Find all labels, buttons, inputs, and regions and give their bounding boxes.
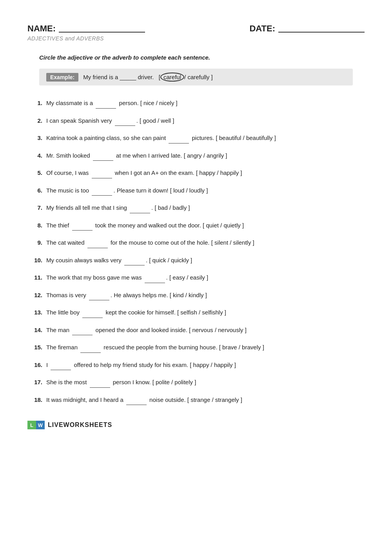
date-line <box>278 25 365 33</box>
choices: [ happy / happily ] <box>196 169 242 176</box>
answer-blank[interactable] <box>126 395 147 405</box>
adjectives-text: ADJECTIVES <box>27 35 65 42</box>
question-item: 9.The cat waited for the mouse to come o… <box>27 238 365 248</box>
brand-name: LIVEWORKSHEETS <box>48 421 112 429</box>
choices: [ selfish / selfishly ] <box>177 309 226 316</box>
logo-green-block: L <box>27 421 36 429</box>
question-item: 8.The thief took the money and walked ou… <box>27 220 365 231</box>
question-item: 18.It was midnight, and I heard a noise … <box>27 395 365 405</box>
question-item: 5.Of course, I was when I got an A+ on t… <box>27 168 365 178</box>
choices: [ nervous / nervously ] <box>189 327 247 333</box>
choices: [ good / well ] <box>140 117 174 124</box>
adverbs-text: ADVERBS <box>76 35 103 42</box>
question-item: 2.I can speak Spanish very . [ good / we… <box>27 116 365 126</box>
question-item: 1.My classmate is a person. [ nice / nic… <box>27 98 365 109</box>
question-text: The man opened the door and looked insid… <box>46 325 365 336</box>
question-number: 2. <box>27 116 42 126</box>
circled-answer: careful <box>160 73 184 82</box>
choices: [ nice / nicely ] <box>140 100 178 106</box>
question-number: 12. <box>27 290 42 300</box>
answer-blank[interactable] <box>89 290 109 301</box>
question-number: 14. <box>27 325 42 335</box>
and-text: and <box>65 35 76 42</box>
question-text: My friends all tell me that I sing . [ b… <box>46 203 365 213</box>
question-text: The thief took the money and walked out … <box>46 220 365 231</box>
answer-blank[interactable] <box>92 185 112 196</box>
choices: [ bad / badly ] <box>154 204 190 211</box>
answer-blank[interactable] <box>96 98 116 109</box>
choices: [ strange / strangely ] <box>187 396 242 403</box>
question-item: 16.I offered to help my friend study for… <box>27 360 365 371</box>
answer-blank[interactable] <box>80 342 101 353</box>
date-label: DATE: <box>249 24 275 34</box>
question-item: 7.My friends all tell me that I sing . [… <box>27 203 365 213</box>
question-text: I offered to help my friend study for hi… <box>46 360 365 371</box>
choices: [ kind / kindly ] <box>170 292 207 298</box>
answer-blank[interactable] <box>145 272 165 283</box>
question-text: The cat waited for the mouse to come out… <box>46 238 365 248</box>
question-text: I can speak Spanish very . [ good / well… <box>46 116 365 126</box>
footer: L W LIVEWORKSHEETS <box>27 421 365 429</box>
name-line <box>59 25 145 33</box>
question-text: Mr. Smith looked at me when I arrived la… <box>46 151 365 161</box>
answer-blank[interactable] <box>87 238 108 248</box>
logo: L W <box>27 421 45 429</box>
question-item: 12.Thomas is very . He always helps me. … <box>27 290 365 301</box>
question-text: Katrina took a painting class, so she ca… <box>46 133 365 143</box>
name-section: NAME: <box>27 24 145 34</box>
question-item: 14.The man opened the door and looked in… <box>27 325 365 336</box>
question-number: 16. <box>27 360 42 370</box>
question-number: 13. <box>27 307 42 318</box>
choices: [ quick / quickly ] <box>149 257 192 263</box>
question-text: The work that my boss gave me was . [ ea… <box>46 272 365 283</box>
choices: [ silent / silently ] <box>211 239 254 246</box>
question-text: Thomas is very . He always helps me. [ k… <box>46 290 365 301</box>
question-text: My classmate is a person. [ nice / nicel… <box>46 98 365 109</box>
answer-blank[interactable] <box>115 116 135 126</box>
name-label: NAME: <box>27 24 56 34</box>
choices: [ happy / happily ] <box>190 361 236 368</box>
question-text: The music is too . Please turn it down! … <box>46 185 365 196</box>
logo-letter-l: L <box>30 422 33 428</box>
choices: [ loud / loudly ] <box>170 187 208 194</box>
question-number: 17. <box>27 377 42 387</box>
question-text: My cousin always walks very . [ quick / … <box>46 255 365 266</box>
header: NAME: DATE: <box>27 24 365 34</box>
question-item: 4.Mr. Smith looked at me when I arrived … <box>27 151 365 161</box>
answer-blank[interactable] <box>92 168 112 178</box>
subtitle: ADJECTIVES and ADVERBS <box>27 35 365 42</box>
instruction: Circle the adjective or the adverb to co… <box>39 54 365 61</box>
answer-blank[interactable] <box>130 203 150 213</box>
question-item: 17.She is the most person I know. [ poli… <box>27 377 365 388</box>
question-number: 4. <box>27 151 42 161</box>
question-text: She is the most person I know. [ polite … <box>46 377 365 388</box>
answer-blank[interactable] <box>51 360 71 371</box>
question-item: 15.The fireman rescued the people from t… <box>27 342 365 353</box>
question-number: 18. <box>27 395 42 405</box>
question-item: 6.The music is too . Please turn it down… <box>27 185 365 196</box>
answer-blank[interactable] <box>90 377 110 388</box>
answer-blank[interactable] <box>72 325 93 336</box>
answer-blank[interactable] <box>124 255 145 266</box>
question-number: 15. <box>27 342 42 352</box>
question-text: The fireman rescued the people from the … <box>46 342 365 353</box>
question-number: 6. <box>27 185 42 196</box>
answer-blank[interactable] <box>169 133 189 143</box>
question-number: 11. <box>27 272 42 283</box>
question-item: 13.The little boy kept the cookie for hi… <box>27 307 365 318</box>
question-number: 3. <box>27 133 42 143</box>
question-number: 5. <box>27 168 42 178</box>
question-number: 10. <box>27 255 42 265</box>
logo-blue-block: W <box>36 421 45 429</box>
question-number: 8. <box>27 220 42 231</box>
choices: [ beautiful / beautifully ] <box>216 134 276 141</box>
question-number: 1. <box>27 98 42 108</box>
question-text: Of course, I was when I got an A+ on the… <box>46 168 365 178</box>
answer-blank[interactable] <box>93 151 113 161</box>
answer-blank[interactable] <box>72 220 93 231</box>
questions-list: 1.My classmate is a person. [ nice / nic… <box>27 98 365 405</box>
choices: [ angry / angrily ] <box>184 152 227 159</box>
answer-blank[interactable] <box>82 307 103 318</box>
question-number: 9. <box>27 238 42 248</box>
question-number: 7. <box>27 203 42 213</box>
